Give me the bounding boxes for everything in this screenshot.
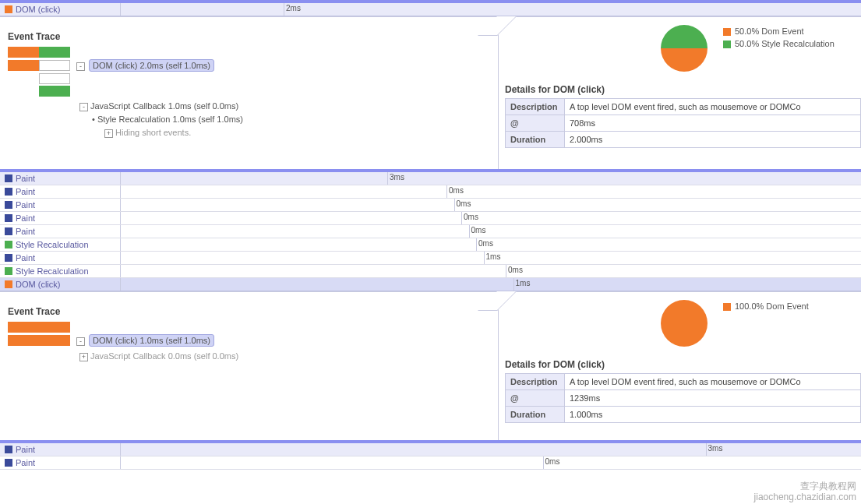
trace-bar-segment	[39, 60, 70, 71]
tree-line[interactable]: +Hiding short events.	[104, 126, 490, 139]
time-tick-label: 2ms	[284, 4, 301, 12]
orange-square-icon	[5, 5, 12, 13]
row-label: Style Recalculation	[16, 240, 120, 249]
trace-bars: -DOM (click) 1.0ms (self 1.0ms)	[8, 322, 490, 347]
details-key: @	[506, 115, 565, 132]
timeline-area[interactable]: 1ms	[121, 278, 861, 291]
timeline-row[interactable]: Paint0ms	[0, 225, 861, 238]
expand-icon[interactable]: +	[104, 129, 113, 138]
details-table: DescriptionA top level DOM event fired, …	[505, 98, 861, 148]
trace-node[interactable]: DOM (click) 2.0ms (self 1.0ms)	[89, 59, 214, 72]
timeline-area[interactable]: 0ms	[121, 212, 861, 224]
trace-bar-segment	[39, 47, 70, 58]
row-label: Paint	[16, 200, 120, 210]
collapse-icon[interactable]: -	[79, 103, 88, 111]
legend-item: 100.0% Dom Event	[723, 300, 809, 312]
row-label: Paint	[16, 445, 120, 454]
trace-bar-segment	[8, 86, 39, 97]
tree-text: Style Recalculation 1.0ms (self 1.0ms)	[97, 115, 243, 124]
timeline-row[interactable]: Paint0ms	[0, 456, 861, 470]
details-row: Duration2.000ms	[506, 132, 861, 148]
pie-chart	[661, 25, 708, 72]
trace-bar-segment	[39, 73, 70, 84]
timeline-row[interactable]: Style Recalculation0ms	[0, 238, 861, 252]
timeline-row[interactable]: DOM (click)2ms	[0, 3, 861, 16]
time-tick-label: 1ms	[513, 279, 531, 287]
timeline-area[interactable]: 1ms	[121, 252, 861, 264]
navy-square-icon	[5, 227, 12, 235]
trace-node-wrap[interactable]: -DOM (click) 1.0ms (self 1.0ms)	[76, 334, 214, 347]
timeline-area[interactable]: 0ms	[121, 199, 861, 211]
time-tick-label: 3ms	[706, 444, 723, 453]
details-row: @708ms	[506, 115, 861, 132]
navy-square-icon	[5, 201, 12, 209]
time-tick-label: 0ms	[543, 457, 560, 466]
timeline-row[interactable]: DOM (click)1ms	[0, 278, 861, 291]
collapse-icon[interactable]: -	[76, 337, 85, 346]
tree-line[interactable]: • Style Recalculation 1.0ms (self 1.0ms)	[92, 113, 490, 126]
tree-text: JavaScript Callback 0.0ms (self 0.0ms)	[90, 351, 238, 361]
legend-label: 50.0% Style Recalculation	[735, 39, 835, 48]
details-key: Duration	[506, 407, 565, 423]
row-label: DOM (click)	[16, 280, 120, 289]
time-tick-label: 1ms	[484, 252, 501, 261]
timeline-row[interactable]: Paint1ms	[0, 252, 861, 265]
timeline-area[interactable]: 0ms	[121, 185, 861, 198]
navy-square-icon	[5, 188, 12, 196]
trace-node[interactable]: DOM (click) 1.0ms (self 1.0ms)	[89, 334, 214, 347]
time-tick-label: 0ms	[506, 266, 523, 274]
details-value: A top level DOM event fired, such as mou…	[565, 99, 861, 115]
tree-text: Hiding short events.	[115, 128, 191, 137]
details-key: Duration	[506, 132, 565, 148]
details-key: Description	[506, 99, 565, 115]
row-label: Paint	[16, 253, 120, 263]
tree-line[interactable]: -JavaScript Callback 1.0ms (self 0.0ms)	[79, 100, 490, 113]
timeline-area[interactable]: 0ms	[121, 456, 861, 469]
timeline-row[interactable]: Style Recalculation0ms	[0, 265, 861, 278]
tree-line[interactable]: +JavaScript Callback 0.0ms (self 0.0ms)	[79, 350, 490, 363]
pie-chart-area: 50.0% Dom Event50.0% Style Recalculation	[505, 25, 861, 72]
trace-bar-segment	[8, 335, 70, 346]
trace-bar-row: -DOM (click) 2.0ms (self 1.0ms)	[8, 59, 490, 72]
orange-square-icon	[5, 280, 12, 288]
row-label: Paint	[16, 213, 120, 223]
pie-chart	[661, 300, 708, 347]
bullet-icon: •	[92, 115, 97, 124]
navy-square-icon	[5, 459, 12, 467]
details-table: DescriptionA top level DOM event fired, …	[505, 373, 861, 423]
pie-legend: 100.0% Dom Event	[723, 300, 809, 312]
details-key: Description	[506, 374, 565, 390]
timeline-row[interactable]: Paint0ms	[0, 199, 861, 212]
time-tick-label: 3ms	[387, 173, 404, 182]
timeline-row[interactable]: Paint3ms	[0, 443, 861, 456]
timeline-area[interactable]: 2ms	[121, 3, 861, 16]
detail-right-panel: 50.0% Dom Event50.0% Style Recalculation…	[499, 17, 861, 169]
timeline-area[interactable]: 0ms	[121, 238, 861, 251]
time-tick-label: 0ms	[454, 199, 471, 208]
details-panel: Details for DOM (click)DescriptionA top …	[505, 84, 861, 148]
trace-node-wrap[interactable]: -DOM (click) 2.0ms (self 1.0ms)	[76, 59, 214, 72]
event-trace-title: Event Trace	[8, 31, 490, 42]
row-label: Paint	[16, 187, 120, 196]
expand-icon[interactable]: +	[79, 353, 88, 361]
timeline-row[interactable]: Paint0ms	[0, 185, 861, 199]
timeline-row[interactable]: Paint0ms	[0, 212, 861, 225]
navy-square-icon	[5, 254, 12, 262]
collapse-icon[interactable]: -	[76, 62, 85, 71]
legend-item: 50.0% Style Recalculation	[723, 37, 835, 50]
timeline-area[interactable]: 0ms	[121, 225, 861, 238]
timeline-area[interactable]: 3ms	[121, 172, 861, 185]
trace-bar-row	[8, 322, 490, 333]
details-panel: Details for DOM (click)DescriptionA top …	[505, 359, 861, 423]
row-label: Paint	[16, 458, 120, 467]
details-value: 708ms	[565, 115, 861, 132]
green-square-icon	[5, 267, 12, 275]
details-row: DescriptionA top level DOM event fired, …	[506, 374, 861, 390]
legend-item: 50.0% Dom Event	[723, 25, 835, 37]
trace-bar-segment	[8, 47, 39, 58]
details-title: Details for DOM (click)	[505, 359, 861, 370]
timeline-area[interactable]: 0ms	[121, 265, 861, 277]
details-value: 1.000ms	[565, 407, 861, 423]
timeline-row[interactable]: Paint3ms	[0, 172, 861, 185]
timeline-area[interactable]: 3ms	[121, 443, 861, 456]
